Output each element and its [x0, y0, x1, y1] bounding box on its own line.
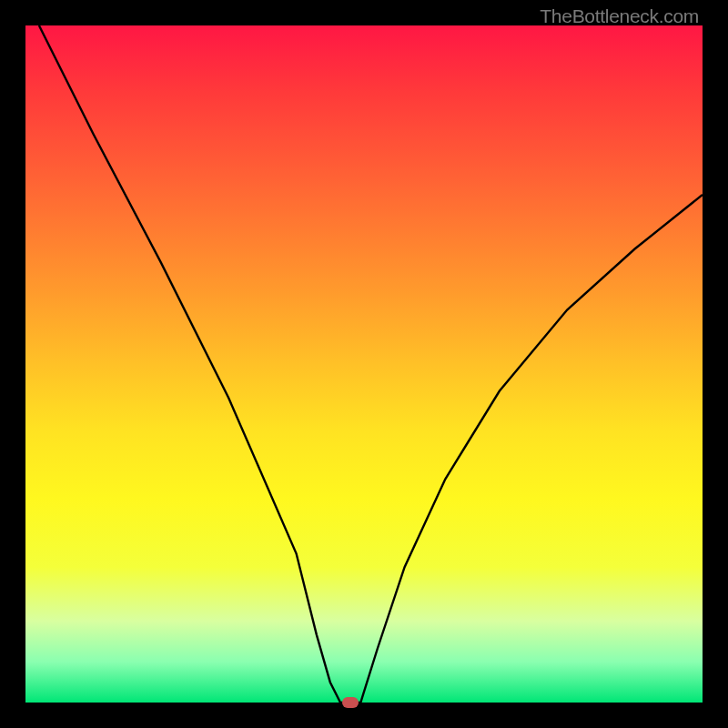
chart-svg [25, 25, 703, 703]
bottleneck-curve [39, 25, 703, 703]
optimal-point-marker [342, 697, 359, 708]
watermark-text: TheBottleneck.com [540, 5, 699, 27]
plot-area [25, 25, 703, 703]
